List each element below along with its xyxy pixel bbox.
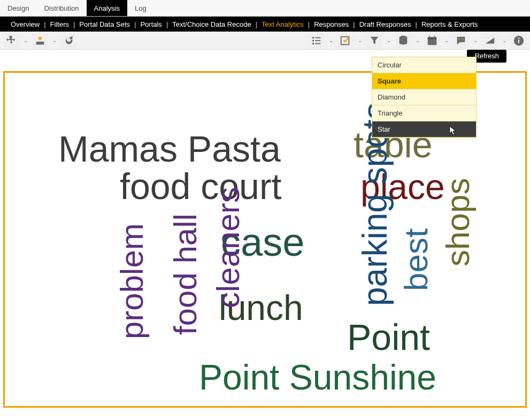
chevron-down-icon[interactable]: ⌄: [385, 37, 393, 43]
database-icon[interactable]: [395, 33, 411, 48]
word-cleaners[interactable]: cleaners: [212, 187, 244, 308]
tab-distribution[interactable]: Distribution: [36, 0, 86, 16]
svg-point-0: [312, 36, 314, 39]
list-icon[interactable]: [309, 33, 325, 48]
subnav-overview[interactable]: Overview: [6, 20, 44, 28]
svg-point-13: [460, 39, 462, 40]
word-food-hall[interactable]: food hall: [170, 213, 202, 335]
svg-rect-10: [429, 35, 431, 38]
subnav-draft-responses[interactable]: Draft Responses: [355, 20, 416, 28]
svg-rect-1: [315, 37, 320, 38]
cursor-icon: [449, 126, 457, 135]
tab-analysis[interactable]: Analysis: [87, 0, 127, 16]
subnav-portals[interactable]: Portals: [136, 20, 166, 28]
info-icon[interactable]: [511, 33, 527, 48]
content-area: Refresh Circular Square Diamond Triangle…: [0, 50, 530, 420]
subnav-filters[interactable]: Filters: [46, 20, 73, 28]
shape-menu: Circular Square Diamond Triangle Star: [372, 57, 477, 138]
shape-option-circular[interactable]: Circular: [372, 57, 476, 73]
word-best[interactable]: best: [400, 228, 433, 291]
svg-rect-5: [315, 43, 320, 44]
tab-log[interactable]: Log: [127, 0, 154, 16]
refresh-icon[interactable]: [61, 33, 77, 48]
shape-option-label: Star: [378, 125, 390, 133]
toolbar: ⌄ ⌄ ⌄ ⌄ ⌄ ⌄ ⌄ ⌄ ⌄: [0, 32, 530, 50]
word-point-sunshine[interactable]: Point Sunshine: [199, 360, 436, 395]
chevron-down-icon[interactable]: ⌄: [442, 37, 451, 43]
analysis-subnav: Overview| Filters| Portal Data Sets| Por…: [0, 17, 530, 32]
chevron-down-icon[interactable]: ⌄: [413, 37, 422, 43]
svg-rect-11: [434, 35, 435, 38]
chevron-down-icon[interactable]: ⌄: [500, 37, 509, 43]
subnav-recode[interactable]: Text/Choice Data Recode: [168, 20, 255, 28]
chevron-down-icon[interactable]: ⌄: [50, 37, 59, 43]
chevron-down-icon[interactable]: ⌄: [356, 37, 364, 43]
word-shops[interactable]: shops: [441, 178, 474, 266]
tab-design[interactable]: Design: [0, 0, 36, 16]
move-icon[interactable]: [3, 33, 19, 48]
chevron-down-icon[interactable]: ⌄: [21, 37, 30, 43]
shape-option-star[interactable]: Star: [372, 121, 476, 138]
slope-icon[interactable]: [482, 33, 498, 48]
svg-rect-9: [428, 37, 437, 39]
top-tab-bar: Design Distribution Analysis Log: [0, 0, 530, 17]
shape-option-triangle[interactable]: Triangle: [372, 105, 476, 121]
chevron-down-icon[interactable]: ⌄: [471, 37, 480, 43]
svg-point-17: [518, 37, 519, 39]
wordcloud-frame: Circular Square Diamond Triangle Star Ma…: [3, 71, 527, 408]
export-icon[interactable]: [32, 33, 48, 48]
chat-icon[interactable]: [453, 33, 469, 48]
svg-point-2: [312, 40, 314, 42]
shape-option-square[interactable]: Square: [372, 73, 476, 89]
word-food-court[interactable]: food court: [120, 168, 281, 204]
chevron-down-icon[interactable]: ⌄: [327, 37, 335, 43]
svg-point-12: [458, 39, 459, 40]
word-mamas-pasta[interactable]: Mamas Pasta: [58, 131, 281, 167]
funnel-icon[interactable]: [366, 33, 382, 48]
subnav-responses[interactable]: Responses: [310, 20, 353, 28]
subnav-portal-data-sets[interactable]: Portal Data Sets: [75, 20, 134, 28]
subnav-reports-exports[interactable]: Reports & Exports: [417, 20, 482, 28]
check-icon[interactable]: [337, 33, 354, 48]
svg-rect-16: [518, 40, 519, 43]
svg-point-4: [312, 42, 314, 44]
calendar-icon[interactable]: [424, 33, 440, 48]
svg-point-14: [463, 39, 464, 40]
subnav-text-analytics[interactable]: Text Analytics: [257, 20, 308, 28]
word-point[interactable]: Point: [347, 319, 430, 355]
svg-rect-3: [315, 40, 320, 41]
shape-option-diamond[interactable]: Diamond: [372, 89, 476, 105]
word-problem[interactable]: problem: [116, 223, 148, 339]
